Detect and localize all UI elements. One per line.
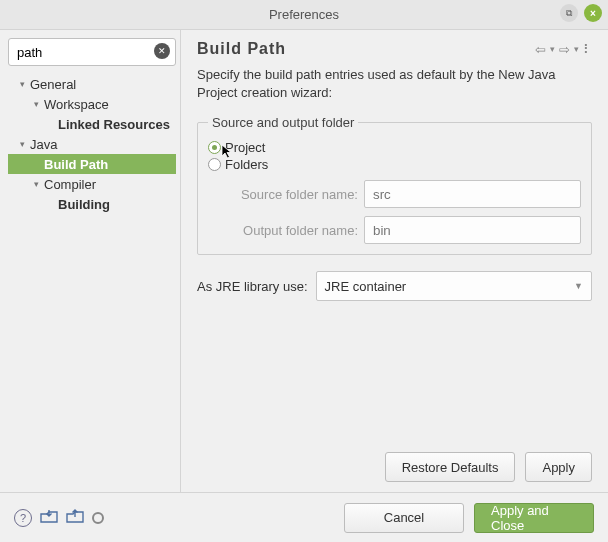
jre-label: As JRE library use: <box>197 279 308 294</box>
status-dot-icon <box>92 512 104 524</box>
content-area: ✕ ▾General ▾Workspace Linked Resources ▾… <box>0 30 608 492</box>
tree-item-general[interactable]: ▾General <box>8 74 176 94</box>
chevron-down-icon: ▼ <box>574 281 583 291</box>
forward-menu-icon[interactable]: ▾ <box>574 44 579 54</box>
source-folder-label: Source folder name: <box>208 187 358 202</box>
help-icon[interactable]: ? <box>14 509 32 527</box>
cancel-button[interactable]: Cancel <box>344 503 464 533</box>
radio-project-row[interactable]: Project <box>208 140 581 155</box>
titlebar: Preferences ⧉ × <box>0 0 608 30</box>
footer-icons: ? <box>14 509 104 527</box>
export-icon[interactable] <box>66 509 84 526</box>
page-nav-icons: ⇦▾ ⇨▾ ⠇ <box>535 42 592 57</box>
import-icon[interactable] <box>40 509 58 526</box>
page-description: Specify the build path entries used as d… <box>197 66 592 101</box>
search-wrap: ✕ <box>8 38 176 66</box>
clear-search-icon[interactable]: ✕ <box>154 43 170 59</box>
output-folder-row: Output folder name: <box>208 216 581 244</box>
forward-icon[interactable]: ⇨ <box>559 42 570 57</box>
back-icon[interactable]: ⇦ <box>535 42 546 57</box>
output-folder-input[interactable] <box>364 216 581 244</box>
back-menu-icon[interactable]: ▾ <box>550 44 555 54</box>
fieldset-legend: Source and output folder <box>208 115 358 130</box>
output-folder-label: Output folder name: <box>208 223 358 238</box>
search-input[interactable] <box>8 38 176 66</box>
page-header: Build Path ⇦▾ ⇨▾ ⠇ <box>197 40 592 58</box>
jre-select-value: JRE container <box>325 279 407 294</box>
tree-item-build-path[interactable]: Build Path <box>8 154 176 174</box>
jre-row: As JRE library use: JRE container ▼ <box>197 271 592 301</box>
radio-project-label: Project <box>225 140 265 155</box>
page-buttons: Restore Defaults Apply <box>385 452 592 482</box>
dialog-footer: ? Cancel Apply and Close <box>0 492 608 542</box>
apply-and-close-button[interactable]: Apply and Close <box>474 503 594 533</box>
window-controls: ⧉ × <box>560 4 602 22</box>
tree-item-building[interactable]: Building <box>8 194 176 214</box>
tree-item-java[interactable]: ▾Java <box>8 134 176 154</box>
radio-folders-row[interactable]: Folders <box>208 157 581 172</box>
apply-button[interactable]: Apply <box>525 452 592 482</box>
close-window-icon[interactable]: × <box>584 4 602 22</box>
radio-project[interactable] <box>208 141 221 154</box>
tree-item-linked-resources[interactable]: Linked Resources <box>8 114 176 134</box>
left-panel: ✕ ▾General ▾Workspace Linked Resources ▾… <box>0 30 181 492</box>
preference-tree: ▾General ▾Workspace Linked Resources ▾Ja… <box>8 74 176 214</box>
radio-folders-label: Folders <box>225 157 268 172</box>
tree-item-compiler[interactable]: ▾Compiler <box>8 174 176 194</box>
radio-folders[interactable] <box>208 158 221 171</box>
source-folder-input[interactable] <box>364 180 581 208</box>
view-menu-icon[interactable]: ⠇ <box>583 42 592 57</box>
page-title: Build Path <box>197 40 286 58</box>
jre-select[interactable]: JRE container ▼ <box>316 271 592 301</box>
window-title: Preferences <box>269 7 339 22</box>
source-folder-row: Source folder name: <box>208 180 581 208</box>
right-panel: Build Path ⇦▾ ⇨▾ ⠇ Specify the build pat… <box>181 30 608 492</box>
restore-defaults-button[interactable]: Restore Defaults <box>385 452 516 482</box>
footer-buttons: Cancel Apply and Close <box>344 503 594 533</box>
tree-item-workspace[interactable]: ▾Workspace <box>8 94 176 114</box>
restore-window-icon[interactable]: ⧉ <box>560 4 578 22</box>
source-output-fieldset: Source and output folder Project Folders… <box>197 115 592 255</box>
